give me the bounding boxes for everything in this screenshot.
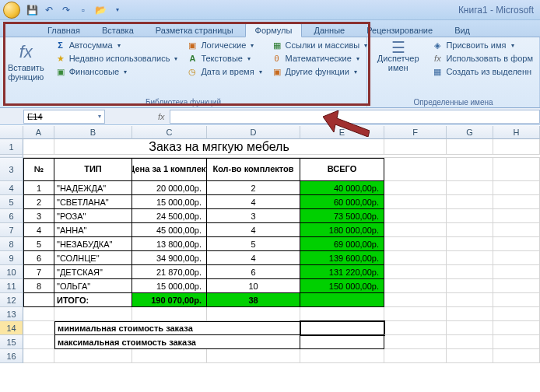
name-manager-button[interactable]: ☰ Диспетчер имен <box>370 39 426 92</box>
cell[interactable] <box>23 293 54 307</box>
tab-view[interactable]: Вид <box>444 23 480 37</box>
row-header[interactable]: 7 <box>0 223 23 237</box>
redo-icon[interactable]: ↷ <box>59 3 73 17</box>
cell[interactable] <box>23 139 54 155</box>
cell-total[interactable]: 150 000,00р. <box>300 279 384 293</box>
cell-n[interactable]: 8 <box>23 279 54 293</box>
more-functions-button[interactable]: ▣Другие функции▾ <box>268 65 371 78</box>
new-icon[interactable]: ▫ <box>76 3 90 17</box>
financial-button[interactable]: ▣Финансовые▾ <box>52 65 181 78</box>
cell-total[interactable]: 69 000,00р. <box>300 237 384 251</box>
cell-type[interactable]: "НАДЕЖДА" <box>54 181 132 195</box>
tab-review[interactable]: Рецензирование <box>356 23 443 37</box>
qat-customize-icon[interactable]: ▾ <box>110 3 124 17</box>
cell-price[interactable]: 15 000,00р. <box>132 279 207 293</box>
row-header[interactable]: 6 <box>0 209 23 223</box>
th-total[interactable]: ВСЕГО <box>300 158 384 181</box>
cell-qty[interactable]: 4 <box>207 223 300 237</box>
logical-button[interactable]: ▣Логические▾ <box>184 39 265 51</box>
cell-n[interactable]: 3 <box>23 209 54 223</box>
totals-qty[interactable]: 38 <box>207 293 300 307</box>
totals-price[interactable]: 190 070,00р. <box>132 293 207 307</box>
tab-page-layout[interactable]: Разметка страницы <box>146 23 244 37</box>
open-icon[interactable]: 📂 <box>93 3 107 17</box>
cell-total[interactable]: 180 000,00р. <box>300 223 384 237</box>
cell-type[interactable]: "СОЛНЦЕ" <box>54 251 132 265</box>
cell-n[interactable]: 6 <box>23 251 54 265</box>
cell-n[interactable]: 1 <box>23 181 54 195</box>
undo-icon[interactable]: ↶ <box>42 3 56 17</box>
cell-price[interactable]: 24 500,00р. <box>132 209 207 223</box>
th-n[interactable]: № <box>23 158 54 181</box>
cell-n[interactable]: 7 <box>23 265 54 279</box>
name-box[interactable]: E14▾ <box>23 110 105 124</box>
cell-qty[interactable]: 10 <box>207 279 300 293</box>
fx-label-icon[interactable]: fx <box>153 112 170 121</box>
autosum-button[interactable]: ΣАвтосумма▾ <box>52 39 181 51</box>
cell-price[interactable]: 13 800,00р. <box>132 237 207 251</box>
cell-n[interactable]: 5 <box>23 237 54 251</box>
cell-qty[interactable]: 4 <box>207 195 300 209</box>
row-header[interactable]: 1 <box>0 139 23 155</box>
cell-type[interactable]: "ДЕТСКАЯ" <box>54 265 132 279</box>
tab-data[interactable]: Данные <box>303 23 355 37</box>
col-header[interactable]: B <box>54 126 132 139</box>
cell-price[interactable]: 21 870,00р. <box>132 265 207 279</box>
summary-min-label[interactable]: минимальная стоимость заказа <box>54 321 300 335</box>
row-header[interactable]: 9 <box>0 251 23 265</box>
worksheet[interactable]: A B C D E F G H 1 Заказ на мягкую мебель… <box>0 126 540 392</box>
summary-min-value[interactable] <box>300 321 384 335</box>
select-all-corner[interactable] <box>0 126 23 139</box>
cell-n[interactable]: 2 <box>23 195 54 209</box>
summary-max-value[interactable] <box>300 335 384 349</box>
create-from-selection-button[interactable]: ▦Создать из выделенн <box>429 65 536 78</box>
lookup-button[interactable]: ▦Ссылки и массивы▾ <box>268 39 371 51</box>
col-header[interactable]: F <box>384 126 447 139</box>
row-header[interactable]: 8 <box>0 237 23 251</box>
th-price[interactable]: Цена за 1 комплект <box>132 158 207 181</box>
tab-formulas[interactable]: Формулы <box>245 23 303 37</box>
row-header[interactable]: 3 <box>0 158 23 181</box>
cell-type[interactable]: "ОЛЬГА" <box>54 279 132 293</box>
col-header[interactable]: D <box>207 126 300 139</box>
row-header[interactable]: 14 <box>0 321 23 335</box>
cell-n[interactable]: 4 <box>23 223 54 237</box>
math-button[interactable]: θМатематические▾ <box>268 52 371 65</box>
cell-total[interactable]: 73 500,00р. <box>300 209 384 223</box>
recently-used-button[interactable]: ★Недавно использовались▾ <box>52 52 181 65</box>
totals-blank[interactable] <box>300 293 384 307</box>
cell-total[interactable]: 40 000,00р. <box>300 181 384 195</box>
cell-qty[interactable]: 4 <box>207 251 300 265</box>
th-qty[interactable]: Кол-во комплектов <box>207 158 300 181</box>
row-header[interactable]: 13 <box>0 307 23 321</box>
totals-label[interactable]: ИТОГО: <box>54 293 132 307</box>
row-header[interactable]: 16 <box>0 349 23 363</box>
use-in-formula-button[interactable]: fxИспользовать в форм <box>429 52 536 65</box>
tab-home[interactable]: Главная <box>37 23 90 37</box>
cell-qty[interactable]: 5 <box>207 237 300 251</box>
row-header[interactable]: 10 <box>0 265 23 279</box>
cell-price[interactable]: 45 000,00р. <box>132 223 207 237</box>
col-header[interactable]: C <box>132 126 207 139</box>
col-header[interactable]: H <box>493 126 540 139</box>
cell-qty[interactable]: 3 <box>207 209 300 223</box>
cell-type[interactable]: "СВЕТЛАНА" <box>54 195 132 209</box>
cell-type[interactable]: "АННА" <box>54 223 132 237</box>
formula-bar[interactable] <box>170 110 540 124</box>
row-header[interactable]: 4 <box>0 181 23 195</box>
datetime-button[interactable]: ◷Дата и время▾ <box>184 65 265 78</box>
col-header[interactable]: E <box>300 126 384 139</box>
th-type[interactable]: ТИП <box>54 158 132 181</box>
col-header[interactable]: A <box>23 126 54 139</box>
sheet-title[interactable]: Заказ на мягкую мебель <box>54 139 384 155</box>
cell-qty[interactable]: 6 <box>207 265 300 279</box>
row-header[interactable]: 5 <box>0 195 23 209</box>
office-orb[interactable] <box>3 2 20 19</box>
cell-qty[interactable]: 2 <box>207 181 300 195</box>
cell-price[interactable]: 34 900,00р. <box>132 251 207 265</box>
cell-total[interactable]: 139 600,00р. <box>300 251 384 265</box>
save-icon[interactable]: 💾 <box>25 3 39 17</box>
cell-type[interactable]: "РОЗА" <box>54 209 132 223</box>
text-button[interactable]: AТекстовые▾ <box>184 52 265 65</box>
cell-total[interactable]: 131 220,00р. <box>300 265 384 279</box>
